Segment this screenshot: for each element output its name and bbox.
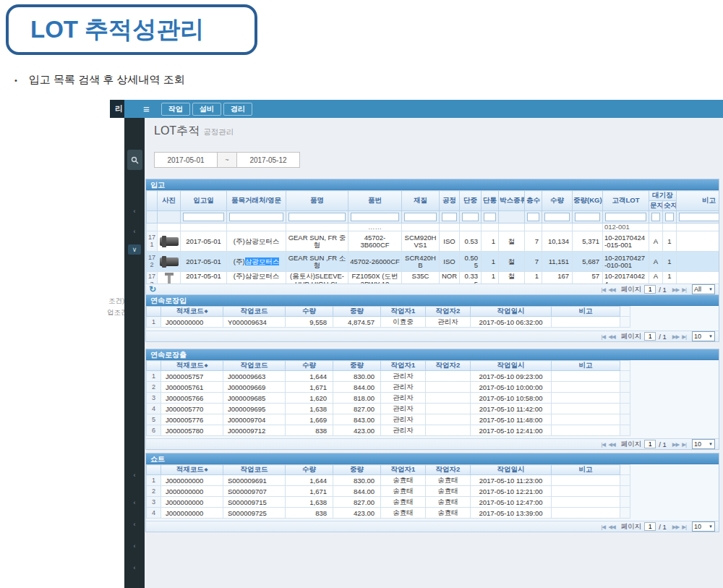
col-note[interactable]: 비고 [677,191,719,211]
col-weight[interactable]: 중량 [333,307,381,317]
next-page-icon[interactable]: ▶▶ [672,441,680,448]
col-weight[interactable]: 중량(KG) [573,191,603,211]
chevron-left-icon[interactable]: ‹ [124,519,145,529]
col-dantong[interactable]: 단통 [482,191,499,211]
refresh-icon[interactable]: ↻ [149,284,156,294]
filter-input[interactable] [351,213,399,221]
chevron-left-icon[interactable]: ‹ [124,541,145,551]
filter-input[interactable] [442,213,457,221]
col-material[interactable]: 재질 [402,191,440,211]
filter-input[interactable] [183,213,224,221]
filter-input[interactable] [484,213,496,221]
prev-page-icon[interactable]: ◀◀ [608,524,615,530]
filter-input[interactable] [229,213,283,221]
filter-input[interactable] [665,213,674,221]
chevron-left-icon[interactable]: ‹ [124,226,145,237]
col-note[interactable]: 비고 [552,465,620,475]
col-layers[interactable]: 층수 [525,191,542,211]
col-part[interactable]: 품번 [348,191,402,211]
first-page-icon[interactable]: |◀ [601,441,605,448]
table-row[interactable]: 2J000000000S0000097071,671844.00송효태송효태20… [147,486,630,497]
last-page-icon[interactable]: ▶| [682,524,686,530]
col-date[interactable]: 입고일 [181,191,227,211]
col-vendor[interactable]: 품목거래처/영문 [227,191,286,211]
table-row[interactable]: 1J000000000Y0000096349,5584,874.57이효중관리자… [147,317,630,328]
col-worker2[interactable]: 작업자2 [426,307,471,317]
table-row[interactable]: ……012-001 [147,223,719,231]
col-load-code[interactable]: 적재코드◆ [161,307,223,317]
col-datetime[interactable]: 작업일시 [471,307,552,317]
col-qty[interactable]: 수량 [286,361,333,371]
chevron-down-icon[interactable]: ∨ [128,244,141,255]
page-number-input[interactable] [644,285,656,294]
next-page-icon[interactable]: ▶▶ [672,286,680,293]
col-box-type[interactable]: 박스종류 [499,191,525,211]
col-note[interactable]: 비고 [552,307,620,317]
prev-page-icon[interactable]: ◀◀ [608,441,615,448]
page-number-input[interactable] [644,332,656,341]
table-row[interactable]: 3J000000000S0000097151,638827.00송효태송효태20… [147,497,630,508]
col-weight[interactable]: 중량 [333,465,381,475]
col-work-code[interactable]: 작업코드 [223,465,286,475]
col-worker1[interactable]: 작업자1 [381,307,426,317]
table-row[interactable]: 5J000005776J0000097041,669843.00관리자2017-… [147,414,630,425]
date-to-input[interactable] [236,152,300,168]
page-size-select[interactable]: 10 ▼ [692,439,715,449]
col-worker2[interactable]: 작업자2 [426,465,471,475]
sidebar-search-button[interactable] [127,150,142,170]
col-daegijang[interactable]: 대기장 [649,191,677,201]
col-work-code[interactable]: 작업코드 [223,361,286,371]
filter-input[interactable] [575,213,600,221]
next-page-icon[interactable]: ▶▶ [672,333,680,340]
menu-item-accounting[interactable]: 경리 [223,103,252,116]
chevron-left-icon[interactable]: ‹ [124,498,145,508]
page-number-input[interactable] [644,440,656,448]
last-page-icon[interactable]: ▶| [682,441,686,448]
col-customer-lot[interactable]: 고객LOT [603,191,649,211]
last-page-icon[interactable]: ▶| [682,333,686,340]
last-page-icon[interactable]: ▶| [682,286,686,293]
chevron-left-icon[interactable]: ‹ [124,563,145,573]
first-page-icon[interactable]: |◀ [601,286,605,293]
filter-input[interactable] [605,213,646,221]
col-qty[interactable]: 수량 [542,191,573,211]
table-row[interactable]: 6J000005780J000009712838423.00관리자2017-05… [147,425,630,436]
table-row[interactable]: 3J000005766J0000096851,620818.00관리자2017-… [147,393,630,404]
next-page-icon[interactable]: ▶▶ [672,524,680,530]
col-worker1[interactable]: 작업자1 [381,361,426,371]
filter-input[interactable] [544,213,570,221]
table-row[interactable]: 1722017-05-01(주)삼광모터스GEAR SUN ,FR 소형4570… [147,252,719,272]
table-row[interactable]: 2J000005761J0000096691,671844.00관리자2017-… [147,382,630,393]
col-name[interactable]: 품명 [286,191,348,211]
menu-item-work[interactable]: 작업 [161,103,190,116]
col-process[interactable]: 공정 [440,191,460,211]
table-row[interactable]: 1712017-05-01(주)삼광모터스GEAR SUN, FR 중형4570… [147,231,719,252]
col-daegijang-num[interactable]: 숫자 [663,201,677,211]
col-daegijang-char[interactable]: 문자 [649,201,663,211]
col-photo[interactable]: 사진 [158,191,181,211]
col-qty[interactable]: 수량 [286,465,333,475]
col-load-code[interactable]: 적재코드◆ [161,361,223,371]
filter-input[interactable] [462,213,479,221]
col-unit-weight[interactable]: 단중 [460,191,482,211]
col-datetime[interactable]: 작업일시 [471,361,552,371]
table-row[interactable]: 1J000005757J0000096631,644830.00관리자2017-… [147,371,630,382]
hamburger-icon[interactable]: ≡ [143,103,150,114]
date-from-input[interactable] [154,152,218,168]
filter-input[interactable] [527,213,539,221]
col-qty[interactable]: 수량 [286,307,333,317]
filter-input[interactable] [651,213,660,221]
table-row[interactable]: 4J000005770J0000096951,638827.00관리자2017-… [147,404,630,414]
col-load-code[interactable]: 적재코드◆ [161,465,223,475]
col-note[interactable]: 비고 [552,361,620,371]
table-row[interactable]: 1J000000000S0000096911,644830.00송효태송효태20… [147,475,630,486]
prev-page-icon[interactable]: ◀◀ [608,286,615,293]
first-page-icon[interactable]: |◀ [601,524,605,530]
first-page-icon[interactable]: |◀ [601,333,605,340]
table-row[interactable]: 1732017-05-01(주)삼광모터스(움토사)SLEEVE-HUB HIG… [147,272,719,284]
col-work-code[interactable]: 작업코드 [223,307,286,317]
page-size-select[interactable]: All ▼ [692,284,715,294]
prev-page-icon[interactable]: ◀◀ [608,333,615,340]
filter-input[interactable] [404,213,437,221]
menu-item-equipment[interactable]: 설비 [192,103,221,116]
